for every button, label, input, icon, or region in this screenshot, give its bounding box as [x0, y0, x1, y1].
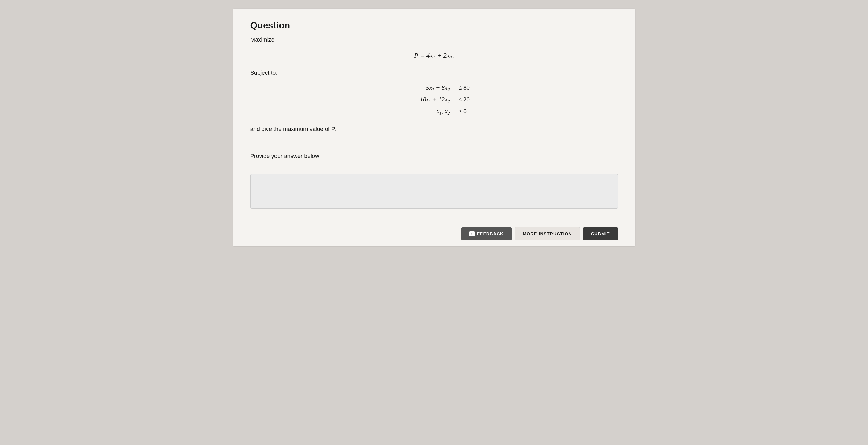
provide-answer-label: Provide your answer below: — [250, 153, 618, 159]
submit-button[interactable]: SUBMIT — [583, 227, 618, 240]
objective-function: P = 4x1 + 2x2, — [250, 52, 618, 61]
answer-input-section — [233, 168, 635, 221]
constraint-row-3: x1, x2 ≥ 0 — [393, 106, 476, 117]
subject-to-label: Subject to: — [250, 69, 618, 76]
constraint-row-2: 10x1 + 12x2 ≤ 20 — [393, 94, 476, 106]
constraints-block: 5x1 + 8x2 ≤ 80 10x1 + 12x2 ≤ 20 x1, x2 ≥… — [250, 82, 618, 117]
page-container: Question Maximize P = 4x1 + 2x2, Subject… — [233, 9, 635, 246]
question-title: Question — [250, 20, 618, 31]
feedback-button[interactable]: ! FEEDBACK — [461, 227, 512, 240]
more-instruction-button[interactable]: MORE INSTRUCTION — [515, 227, 580, 240]
question-card: Question Maximize P = 4x1 + 2x2, Subject… — [233, 9, 635, 246]
footer-buttons: ! FEEDBACK MORE INSTRUCTION SUBMIT — [233, 221, 635, 246]
feedback-icon: ! — [469, 231, 475, 236]
constraint-row-1: 5x1 + 8x2 ≤ 80 — [393, 82, 476, 94]
and-give-text: and give the maximum value of P. — [250, 126, 618, 132]
answer-section: Provide your answer below: — [233, 144, 635, 168]
question-section: Question Maximize P = 4x1 + 2x2, Subject… — [233, 9, 635, 144]
answer-input[interactable] — [250, 174, 618, 209]
feedback-label: FEEDBACK — [477, 231, 504, 236]
maximize-label: Maximize — [250, 36, 618, 43]
